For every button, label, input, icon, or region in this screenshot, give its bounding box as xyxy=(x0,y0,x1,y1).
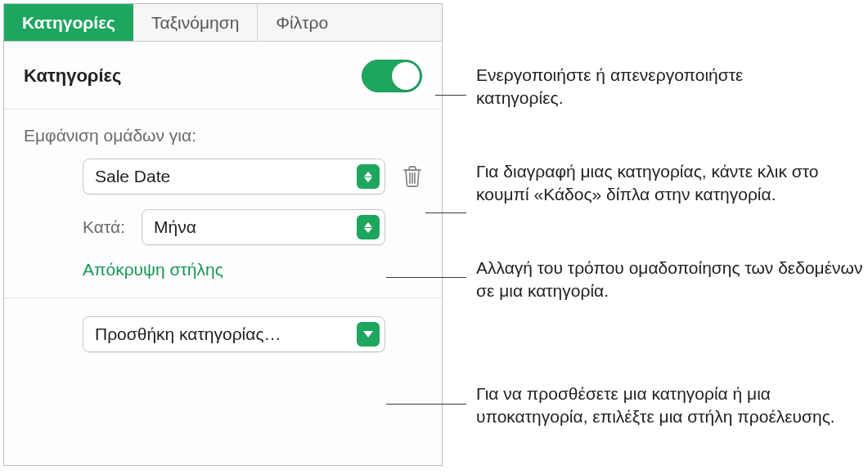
callout-grouping: Αλλαγή του τρόπου ομαδοποίησης των δεδομ… xyxy=(476,257,868,302)
add-category-label: Προσθήκη κατηγορίας… xyxy=(95,324,349,344)
callout-trash: Για διαγραφή μιας κατηγορίας, κάντε κλικ… xyxy=(476,160,861,205)
tab-sort-label: Ταξινόμηση xyxy=(151,13,239,33)
updown-icon xyxy=(357,215,380,239)
add-category-row: Προσθήκη κατηγορίας… xyxy=(24,316,422,352)
add-category-select[interactable]: Προσθήκη κατηγορίας… xyxy=(83,316,385,352)
tab-filter[interactable]: Φίλτρο xyxy=(258,4,346,41)
group-by-select[interactable]: Μήνα xyxy=(142,209,385,245)
tab-categories-label: Κατηγορίες xyxy=(22,13,115,33)
callouts-area: Ενεργοποιήστε ή απενεργοποιήστε κατηγορί… xyxy=(445,0,868,474)
tab-bar: Κατηγορίες Ταξινόμηση Φίλτρο xyxy=(4,4,442,42)
group-by-value: Μήνα xyxy=(154,217,349,237)
categories-panel: Κατηγορίες Ταξινόμηση Φίλτρο Κατηγορίες … xyxy=(3,3,443,466)
tab-sort[interactable]: Ταξινόμηση xyxy=(133,4,258,41)
categories-toggle[interactable] xyxy=(362,60,422,92)
section-header: Κατηγορίες xyxy=(4,42,442,110)
trash-icon xyxy=(402,164,423,189)
tab-filter-label: Φίλτρο xyxy=(276,13,328,33)
group-by-row: Κατά: Μήνα xyxy=(24,209,422,245)
callout-toggle: Ενεργοποιήστε ή απενεργοποιήστε κατηγορί… xyxy=(476,64,820,109)
delete-category-button[interactable] xyxy=(402,164,423,189)
callout-add: Για να προσθέσετε μια κατηγορία ή μια υπ… xyxy=(476,382,852,427)
show-groups-label: Εμφάνιση ομάδων για: xyxy=(24,126,422,145)
section-title: Κατηγορίες xyxy=(24,65,121,87)
updown-icon xyxy=(357,164,380,189)
hide-column-link[interactable]: Απόκρυψη στήλης xyxy=(83,260,223,279)
toggle-knob xyxy=(392,62,420,90)
category-column-value: Sale Date xyxy=(95,167,349,186)
panel-body: Εμφάνιση ομάδων για: Sale Date Κατά: Μήν… xyxy=(4,110,442,352)
divider xyxy=(4,297,442,298)
hide-column-row: Απόκρυψη στήλης xyxy=(24,260,422,279)
category-column-row: Sale Date xyxy=(24,159,422,195)
category-column-select[interactable]: Sale Date xyxy=(83,159,385,195)
tab-categories[interactable]: Κατηγορίες xyxy=(4,4,133,41)
down-icon xyxy=(357,322,380,347)
group-by-label: Κατά: xyxy=(83,217,142,237)
